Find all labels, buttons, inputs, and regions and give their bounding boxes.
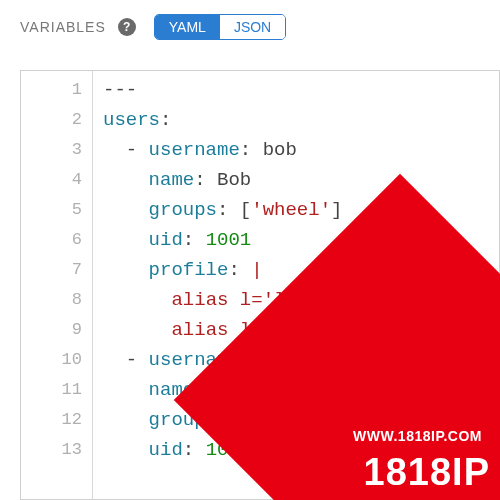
watermark-brand: 1818IP — [364, 451, 490, 494]
line-number: 9 — [21, 315, 82, 345]
code-line[interactable]: - username: bob — [103, 135, 499, 165]
line-number: 10 — [21, 345, 82, 375]
section-title: VARIABLES — [20, 19, 106, 35]
code-line[interactable]: --- — [103, 75, 499, 105]
line-number: 11 — [21, 375, 82, 405]
line-number: 7 — [21, 255, 82, 285]
watermark-url: WWW.1818IP.COM — [353, 428, 482, 444]
line-number: 13 — [21, 435, 82, 465]
format-tabs: YAMLJSON — [154, 14, 286, 40]
line-number: 12 — [21, 405, 82, 435]
help-icon[interactable]: ? — [118, 18, 136, 36]
line-number: 5 — [21, 195, 82, 225]
line-number-gutter: 12345678910111213 — [21, 71, 93, 499]
variables-header: VARIABLES ? YAMLJSON — [0, 0, 500, 58]
line-number: 6 — [21, 225, 82, 255]
watermark: WWW.1818IP.COM 1818IP — [240, 370, 500, 500]
line-number: 1 — [21, 75, 82, 105]
code-line[interactable]: users: — [103, 105, 499, 135]
tab-yaml[interactable]: YAML — [155, 15, 220, 39]
code-line[interactable]: name: Bob — [103, 165, 499, 195]
line-number: 4 — [21, 165, 82, 195]
line-number: 8 — [21, 285, 82, 315]
line-number: 3 — [21, 135, 82, 165]
tab-json[interactable]: JSON — [220, 15, 285, 39]
line-number: 2 — [21, 105, 82, 135]
